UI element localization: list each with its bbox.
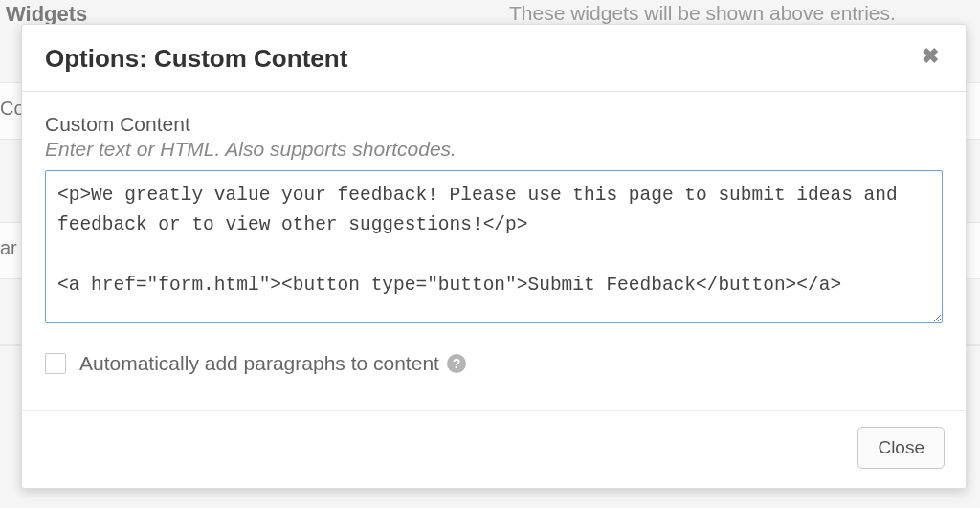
- custom-content-textarea[interactable]: [45, 170, 943, 323]
- field-label: Custom Content: [45, 113, 943, 136]
- options-modal: Options: Custom Content ✖ Custom Content…: [21, 24, 967, 489]
- modal-title: Options: Custom Content: [45, 44, 347, 74]
- modal-header: Options: Custom Content ✖: [22, 25, 966, 92]
- auto-paragraph-checkbox[interactable]: [45, 353, 66, 374]
- field-help-text: Enter text or HTML. Also supports shortc…: [45, 138, 943, 161]
- bg-widgets-desc: These widgets will be shown above entrie…: [509, 2, 896, 25]
- modal-footer: Close: [22, 410, 966, 488]
- close-button[interactable]: Close: [858, 427, 945, 469]
- checkbox-label-text: Automatically add paragraphs to content: [79, 352, 439, 375]
- auto-paragraph-label: Automatically add paragraphs to content …: [79, 352, 466, 375]
- bg-fragment-text: ar: [0, 237, 17, 259]
- close-icon[interactable]: ✖: [918, 44, 943, 69]
- auto-paragraph-row: Automatically add paragraphs to content …: [45, 352, 943, 375]
- modal-body: Custom Content Enter text or HTML. Also …: [22, 92, 966, 410]
- help-icon[interactable]: ?: [447, 354, 466, 373]
